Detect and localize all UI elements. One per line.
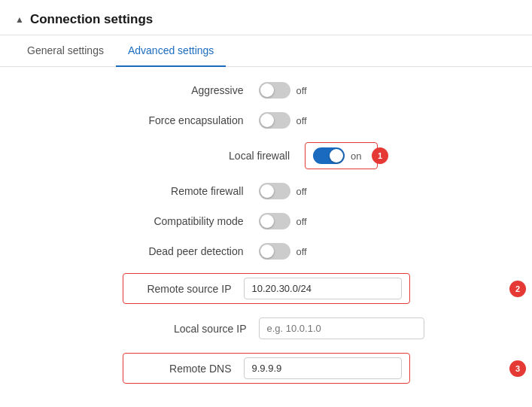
input-row-remote-source-ip: Remote source IP 2 bbox=[15, 273, 517, 304]
control-compatibility-mode: off bbox=[259, 213, 424, 229]
tab-advanced[interactable]: Advanced settings bbox=[116, 35, 226, 67]
badge-1: 1 bbox=[372, 147, 388, 164]
toggle-aggressive[interactable] bbox=[259, 82, 290, 99]
local-source-ip-input-wrapper bbox=[259, 317, 424, 339]
tabs-container: General settings Advanced settings bbox=[0, 35, 532, 67]
state-aggressive: off bbox=[296, 85, 315, 96]
control-remote-firewall: off bbox=[259, 183, 424, 199]
chevron-icon[interactable]: ▲ bbox=[15, 14, 24, 25]
setting-row-aggressive: Aggressive off bbox=[15, 82, 517, 99]
toggle-local-firewall-slider bbox=[313, 147, 345, 164]
settings-content: Aggressive off Force encapsulation off L… bbox=[0, 67, 532, 407]
toggle-force-encapsulation-slider bbox=[259, 112, 290, 129]
setting-row-compatibility-mode: Compatibility mode off bbox=[15, 213, 517, 229]
label-aggressive: Aggressive bbox=[108, 84, 259, 96]
toggle-local-firewall[interactable] bbox=[313, 147, 345, 164]
toggle-dead-peer-detection[interactable] bbox=[259, 243, 290, 260]
remote-dns-highlight: Remote DNS bbox=[123, 353, 410, 384]
toggle-compatibility-mode-slider bbox=[259, 213, 290, 229]
control-aggressive: off bbox=[259, 82, 424, 99]
local-firewall-highlight-box: on bbox=[305, 142, 378, 169]
state-dead-peer-detection: off bbox=[296, 246, 315, 257]
state-compatibility-mode: off bbox=[296, 216, 315, 227]
page-title: Connection settings bbox=[30, 12, 153, 27]
control-dead-peer-detection: off bbox=[259, 243, 424, 260]
remote-source-ip-input[interactable] bbox=[244, 278, 402, 299]
input-row-local-source-ip: Local source IP bbox=[15, 317, 517, 339]
badge-3: 3 bbox=[509, 360, 526, 377]
toggle-force-encapsulation[interactable] bbox=[259, 112, 290, 129]
label-force-encapsulation: Force encapsulation bbox=[108, 114, 259, 126]
toggle-aggressive-slider bbox=[259, 82, 290, 99]
state-remote-firewall: off bbox=[296, 186, 315, 197]
toggle-remote-firewall-slider bbox=[259, 183, 290, 199]
tab-general[interactable]: General settings bbox=[15, 35, 116, 67]
input-row-remote-dns: Remote DNS 3 bbox=[15, 353, 517, 384]
label-remote-source-ip: Remote source IP bbox=[131, 283, 244, 295]
setting-row-force-encapsulation: Force encapsulation off bbox=[15, 112, 517, 129]
badge-2: 2 bbox=[509, 281, 526, 297]
label-remote-dns: Remote DNS bbox=[131, 363, 244, 375]
state-local-firewall: on bbox=[351, 150, 369, 162]
setting-row-remote-firewall: Remote firewall off bbox=[15, 183, 517, 199]
remote-dns-input-wrapper bbox=[244, 357, 402, 379]
label-compatibility-mode: Compatibility mode bbox=[108, 215, 259, 227]
label-remote-firewall: Remote firewall bbox=[108, 185, 259, 197]
state-force-encapsulation: off bbox=[296, 115, 315, 126]
page-header: ▲ Connection settings bbox=[0, 0, 532, 35]
toggle-compatibility-mode[interactable] bbox=[259, 213, 290, 229]
remote-dns-input[interactable] bbox=[244, 357, 402, 379]
setting-row-local-firewall: Local firewall on 1 bbox=[15, 142, 517, 169]
toggle-remote-firewall[interactable] bbox=[259, 183, 290, 199]
toggle-dead-peer-detection-slider bbox=[259, 243, 290, 260]
label-local-firewall: Local firewall bbox=[154, 150, 305, 162]
label-dead-peer-detection: Dead peer detection bbox=[108, 245, 259, 257]
control-force-encapsulation: off bbox=[259, 112, 424, 129]
label-local-source-ip: Local source IP bbox=[108, 323, 259, 335]
remote-source-ip-input-wrapper bbox=[244, 278, 402, 299]
setting-row-dead-peer-detection: Dead peer detection off bbox=[15, 243, 517, 260]
local-source-ip-input[interactable] bbox=[259, 317, 424, 339]
remote-source-ip-highlight: Remote source IP bbox=[123, 273, 410, 304]
